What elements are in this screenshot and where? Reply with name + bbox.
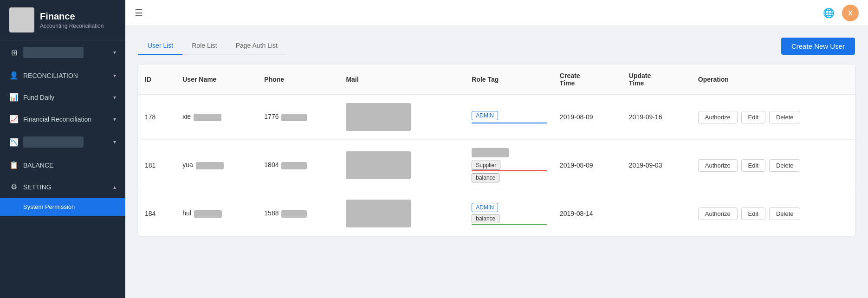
sidebar-item-accounting[interactable]: ⊞ ▾: [0, 40, 125, 65]
topbar: ☰ 🌐 X: [125, 0, 868, 26]
username-blurred: [194, 210, 222, 218]
col-header-mail: Mail: [339, 65, 465, 95]
table-row: 184 hul 1588: [138, 191, 855, 236]
setting-icon: ⚙: [9, 182, 19, 191]
tabs-bar: User List Role List Page Auth List Creat…: [138, 37, 855, 55]
phone-blurred: [281, 210, 307, 218]
cell-operations: Authorize Edit Delete: [692, 95, 855, 140]
authorize-button[interactable]: Authorize: [698, 111, 738, 123]
sidebar-item-balance[interactable]: 📋 BALANCE: [0, 154, 125, 176]
table-header-row: ID User Name Phone Mail Role Tag CreateT…: [138, 65, 855, 95]
balance-label: BALANCE: [23, 162, 53, 169]
accounting-icon: ⊞: [9, 48, 19, 57]
cell-role-tag: Supplier balance: [465, 140, 553, 191]
username-prefix: hul: [182, 209, 191, 217]
tab-role-list[interactable]: Role List: [182, 37, 226, 55]
cell-operations: Authorize Edit Delete: [692, 191, 855, 236]
sidebar-sub-item-system-permission[interactable]: System Permission: [0, 198, 125, 216]
create-new-user-button[interactable]: Create New User: [781, 38, 855, 55]
col-header-update-time: UpdateTime: [622, 65, 692, 95]
sidebar-item-setting[interactable]: ⚙ SETTING ▴: [0, 176, 125, 198]
delete-button[interactable]: Delete: [769, 207, 801, 220]
cell-role-tag: ADMIN: [465, 95, 553, 140]
cell-update-time: [622, 191, 692, 236]
authorize-button[interactable]: Authorize: [698, 159, 738, 172]
mail-blurred: [346, 151, 411, 179]
fund-daily-label: Fund Daily: [23, 94, 54, 101]
sidebar-item-operations[interactable]: 📉 ▾: [0, 130, 125, 154]
sidebar-item-reconciliation[interactable]: 👤 RECONCILIATION ▾: [0, 65, 125, 86]
tabs-left: User List Role List Page Auth List: [138, 37, 287, 55]
globe-icon[interactable]: 🌐: [823, 7, 835, 19]
role-tag-blurred: [472, 148, 509, 157]
role-tags: ADMIN: [472, 111, 547, 123]
sidebar-subtitle: Accounting Reconciliation: [40, 23, 104, 29]
cell-username: xie: [176, 95, 258, 140]
mail-blurred: [346, 103, 411, 131]
cell-create-time: 2019-08-14: [553, 191, 622, 236]
cell-operations: Authorize Edit Delete: [692, 140, 855, 191]
username-blurred: [196, 162, 224, 169]
cell-username: yua: [176, 140, 258, 191]
sidebar-item-fund-daily[interactable]: 📊 Fund Daily ▾: [0, 86, 125, 108]
cell-id: 184: [138, 191, 176, 236]
col-header-phone: Phone: [258, 65, 339, 95]
edit-button[interactable]: Edit: [741, 111, 765, 123]
mail-blurred: [346, 200, 411, 227]
chevron-down-icon: ▾: [113, 49, 116, 56]
sidebar-logo: [9, 7, 34, 32]
tag-underline: [472, 123, 547, 123]
sidebar-header: Finance Accounting Reconciliation: [0, 0, 125, 40]
role-tag-admin: ADMIN: [472, 203, 498, 212]
cell-update-time: 2019-09-03: [622, 140, 692, 191]
table-row: 181 yua 1804: [138, 140, 855, 191]
financial-rec-label: Financial Reconciliation: [23, 116, 91, 123]
phone-prefix: 1776: [264, 113, 279, 120]
role-tag-supplier: Supplier: [472, 161, 500, 170]
phone-prefix: 1588: [264, 209, 279, 217]
topbar-left: ☰: [135, 7, 143, 19]
chevron-down-icon: ▾: [113, 72, 116, 79]
cell-mail: [339, 140, 465, 191]
chevron-down-icon: ▾: [113, 116, 116, 123]
cell-role-tag: ADMIN balance: [465, 191, 553, 236]
sidebar: Finance Accounting Reconciliation ⊞ ▾ 👤 …: [0, 0, 125, 298]
chevron-down-icon: ▾: [113, 139, 116, 145]
cell-phone: 1804: [258, 140, 339, 191]
user-table: ID User Name Phone Mail Role Tag CreateT…: [138, 65, 855, 236]
username-prefix: yua: [182, 161, 193, 168]
edit-button[interactable]: Edit: [741, 207, 765, 220]
role-tags: Supplier balance: [472, 148, 547, 182]
tag-underline: [472, 224, 547, 225]
financial-rec-icon: 📈: [9, 115, 19, 123]
chevron-up-icon: ▴: [113, 184, 116, 190]
cell-mail: [339, 191, 465, 236]
authorize-button[interactable]: Authorize: [698, 207, 738, 220]
delete-button[interactable]: Delete: [769, 111, 801, 123]
col-header-id: ID: [138, 65, 176, 95]
username-blurred: [194, 114, 221, 121]
delete-button[interactable]: Delete: [769, 159, 801, 172]
balance-icon: 📋: [9, 161, 19, 169]
reconciliation-label: RECONCILIATION: [23, 72, 78, 79]
main-area: ☰ 🌐 X User List Role List Page Auth List…: [125, 0, 868, 298]
tab-page-auth-list[interactable]: Page Auth List: [227, 37, 287, 55]
cell-username: hul: [176, 191, 258, 236]
cell-update-time: 2019-09-16: [622, 95, 692, 140]
reconciliation-icon: 👤: [9, 71, 19, 80]
setting-label: SETTING: [23, 183, 52, 191]
cell-create-time: 2019-08-09: [553, 140, 622, 191]
content-area: User List Role List Page Auth List Creat…: [125, 26, 868, 298]
hamburger-icon[interactable]: ☰: [135, 7, 143, 19]
tab-user-list[interactable]: User List: [138, 37, 182, 55]
avatar-button[interactable]: X: [842, 5, 859, 21]
system-permission-label: System Permission: [23, 203, 75, 210]
edit-button[interactable]: Edit: [741, 159, 765, 172]
col-header-role: Role Tag: [465, 65, 553, 95]
operations-icon: 📉: [9, 138, 19, 147]
col-header-username: User Name: [176, 65, 258, 95]
sidebar-item-financial-rec[interactable]: 📈 Financial Reconciliation ▾: [0, 108, 125, 130]
cell-phone: 1588: [258, 191, 339, 236]
col-header-operation: Operation: [692, 65, 855, 95]
username-prefix: xie: [182, 113, 191, 120]
